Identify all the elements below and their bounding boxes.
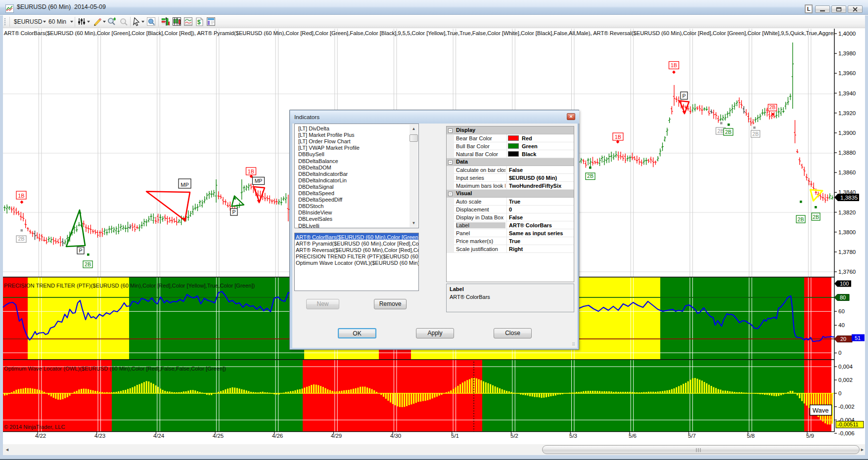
svg-text:MP: MP [181, 182, 189, 188]
svg-text:1,3900: 1,3900 [838, 130, 856, 136]
svg-text:P: P [79, 248, 82, 253]
svg-text:1B: 1B [671, 62, 677, 68]
svg-text:1,3880: 1,3880 [838, 150, 856, 156]
svg-text:Wave: Wave [813, 407, 829, 414]
svg-text:1,3940: 1,3940 [838, 90, 856, 96]
svg-text:2B: 2B [85, 261, 91, 267]
svg-text:P: P [232, 209, 235, 215]
svg-text:1,3920: 1,3920 [838, 110, 856, 116]
svg-text:2B: 2B [718, 128, 724, 134]
svg-text:1,3980: 1,3980 [838, 50, 856, 56]
svg-text:2B: 2B [813, 214, 819, 220]
svg-text:-0,00511: -0,00511 [837, 421, 859, 427]
svg-text:2B: 2B [18, 236, 25, 242]
svg-text:100: 100 [840, 281, 849, 287]
svg-text:40: 40 [838, 322, 845, 328]
svg-text:2B: 2B [798, 216, 804, 222]
svg-text:80: 80 [840, 294, 846, 300]
svg-text:60: 60 [838, 308, 845, 314]
svg-text:1B: 1B [615, 134, 621, 140]
svg-text:-0,002: -0,002 [838, 404, 855, 410]
svg-text:20: 20 [840, 336, 846, 342]
svg-text:1,3780: 1,3780 [838, 249, 856, 255]
svg-text:1B: 1B [248, 168, 254, 174]
svg-text:1,3800: 1,3800 [838, 229, 856, 235]
svg-text:MP: MP [255, 178, 263, 184]
svg-text:0,002: 0,002 [838, 377, 853, 383]
svg-text:0: 0 [838, 350, 841, 356]
svg-text:1B: 1B [18, 193, 25, 199]
svg-text:1,3860: 1,3860 [838, 169, 856, 175]
svg-text:2B: 2B [769, 104, 776, 110]
svg-text:P: P [682, 93, 685, 99]
svg-text:1,3835: 1,3835 [840, 195, 858, 201]
svg-text:1,3760: 1,3760 [838, 269, 856, 275]
svg-text:0: 0 [838, 390, 841, 396]
svg-text:51: 51 [855, 335, 861, 341]
svg-text:2B: 2B [725, 129, 731, 135]
svg-text:0,004: 0,004 [838, 364, 853, 370]
svg-text:2B: 2B [587, 173, 594, 179]
svg-text:1,3960: 1,3960 [838, 70, 856, 76]
svg-text:1,4000: 1,4000 [838, 31, 856, 37]
svg-text:1,3820: 1,3820 [838, 209, 856, 215]
svg-text:2B: 2B [752, 131, 759, 137]
